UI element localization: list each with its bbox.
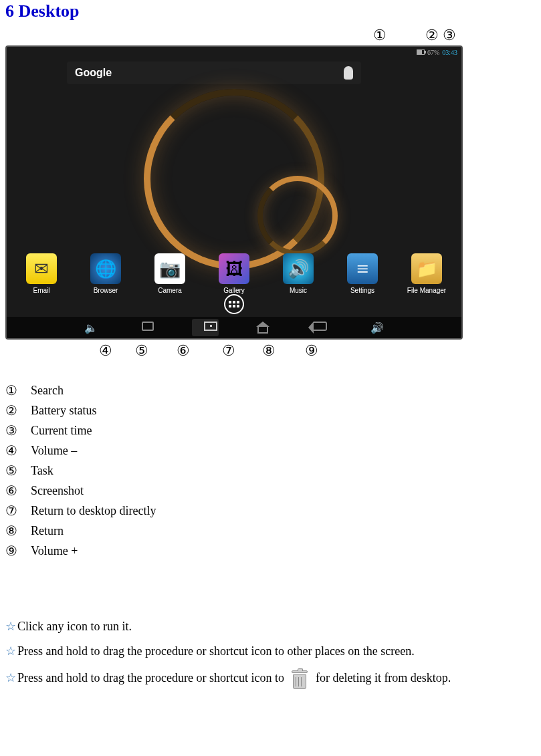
legend-item: ⑧Return — [5, 523, 536, 539]
app-label: Camera — [158, 287, 182, 294]
clock: 03:43 — [442, 49, 457, 56]
legend-text: Return — [31, 524, 64, 538]
wallpaper — [7, 87, 461, 271]
legend-num: ③ — [5, 422, 23, 438]
bottom-callout-row: ④ ⑤ ⑥ ⑦ ⑧ ⑨ — [5, 342, 536, 362]
section-title: 6 Desktop — [5, 1, 536, 21]
tip-text-b: for deleting it from desktop. — [316, 671, 451, 684]
tip-3: ☆Press and hold to drag the procedure or… — [5, 669, 536, 689]
google-logo: Google — [75, 67, 112, 79]
music-icon — [283, 253, 314, 284]
tip-2: ☆Press and hold to drag the procedure or… — [5, 644, 536, 659]
legend-num: ② — [5, 402, 23, 418]
tablet-screenshot: 67% 03:43 Google Email Browser — [5, 45, 463, 340]
legend-text: Search — [31, 384, 64, 398]
tip-text: Click any icon to run it. — [17, 620, 132, 633]
callout-2: ② — [425, 27, 439, 44]
app-camera[interactable]: Camera — [143, 253, 197, 294]
star-icon: ☆ — [5, 644, 16, 658]
app-file-manager[interactable]: File Manager — [400, 253, 453, 294]
callout-9: ⑨ — [305, 342, 318, 360]
app-browser[interactable]: Browser — [79, 253, 132, 294]
status-bar: 67% 03:43 — [417, 47, 461, 57]
star-icon: ☆ — [5, 620, 16, 633]
legend-item: ④Volume – — [5, 443, 536, 459]
volume-up-icon[interactable]: 🔊 — [364, 322, 391, 334]
tips-section: ☆Click any icon to run it. ☆Press and ho… — [5, 619, 536, 689]
settings-icon — [347, 253, 378, 284]
legend-text: Task — [31, 464, 53, 478]
app-music[interactable]: Music — [272, 253, 325, 294]
app-label: Music — [290, 287, 307, 294]
app-label: Browser — [94, 287, 118, 294]
back-button[interactable] — [307, 322, 334, 334]
callout-4: ④ — [99, 342, 112, 360]
legend-num: ⑨ — [5, 543, 23, 559]
mic-icon[interactable] — [344, 66, 353, 80]
callout-5: ⑤ — [135, 342, 148, 360]
camera-icon — [154, 253, 185, 284]
legend-text: Return to desktop directly — [31, 504, 156, 518]
callout-7: ⑦ — [222, 342, 235, 360]
tip-1: ☆Click any icon to run it. — [5, 619, 536, 634]
trash-icon — [291, 669, 308, 689]
legend-num: ⑤ — [5, 463, 23, 479]
legend-item: ⑦Return to desktop directly — [5, 503, 536, 519]
app-dock: Email Browser Camera Gallery Music — [7, 253, 461, 294]
email-icon — [26, 253, 57, 284]
wallpaper-ring-large — [144, 89, 324, 269]
legend-item: ⑤Task — [5, 463, 536, 479]
legend-item: ②Battery status — [5, 402, 536, 418]
legend-num: ① — [5, 382, 23, 398]
legend-num: ⑦ — [5, 503, 23, 519]
legend-num: ⑥ — [5, 483, 23, 499]
legend-item: ⑥Screenshot — [5, 483, 536, 499]
legend-text: Volume – — [31, 444, 77, 458]
legend-num: ⑧ — [5, 523, 23, 539]
wallpaper-ring-small — [257, 176, 338, 256]
legend-text: Screenshot — [31, 484, 84, 498]
volume-down-icon[interactable]: 🔈 — [78, 322, 104, 334]
callout-3: ③ — [443, 27, 456, 44]
callout-1: ① — [373, 27, 387, 44]
legend-item: ①Search — [5, 382, 536, 398]
star-icon: ☆ — [5, 671, 16, 684]
tip-text-a: Press and hold to drag the procedure or … — [17, 671, 284, 684]
app-label: Email — [33, 287, 49, 294]
screenshot-button[interactable] — [192, 319, 219, 336]
browser-icon — [90, 253, 121, 284]
battery-icon — [417, 49, 425, 55]
file-manager-icon — [411, 253, 442, 284]
legend-list: ①Search ②Battery status ③Current time ④V… — [5, 382, 536, 559]
task-button[interactable] — [134, 322, 161, 334]
home-button[interactable] — [249, 322, 276, 334]
legend-num: ④ — [5, 443, 23, 459]
app-label: Gallery — [223, 287, 245, 294]
top-callout-row: ① ② ③ — [5, 27, 536, 45]
callout-6: ⑥ — [177, 342, 190, 360]
callout-8: ⑧ — [262, 342, 276, 360]
battery-percent: 67% — [427, 49, 439, 56]
legend-text: Current time — [31, 424, 92, 438]
nav-bar: 🔈 🔊 — [7, 317, 461, 338]
search-bar[interactable]: Google — [67, 61, 361, 84]
gallery-icon — [219, 253, 249, 284]
app-gallery[interactable]: Gallery — [207, 253, 261, 294]
app-email[interactable]: Email — [15, 253, 68, 294]
app-label: Settings — [350, 287, 374, 294]
app-settings[interactable]: Settings — [336, 253, 389, 294]
legend-text: Battery status — [31, 404, 96, 418]
legend-text: Volume + — [31, 544, 78, 558]
legend-item: ③Current time — [5, 422, 536, 438]
legend-item: ⑨Volume + — [5, 543, 536, 559]
tip-text: Press and hold to drag the procedure or … — [17, 644, 415, 658]
app-drawer-button[interactable] — [224, 294, 244, 314]
app-label: File Manager — [407, 287, 446, 294]
